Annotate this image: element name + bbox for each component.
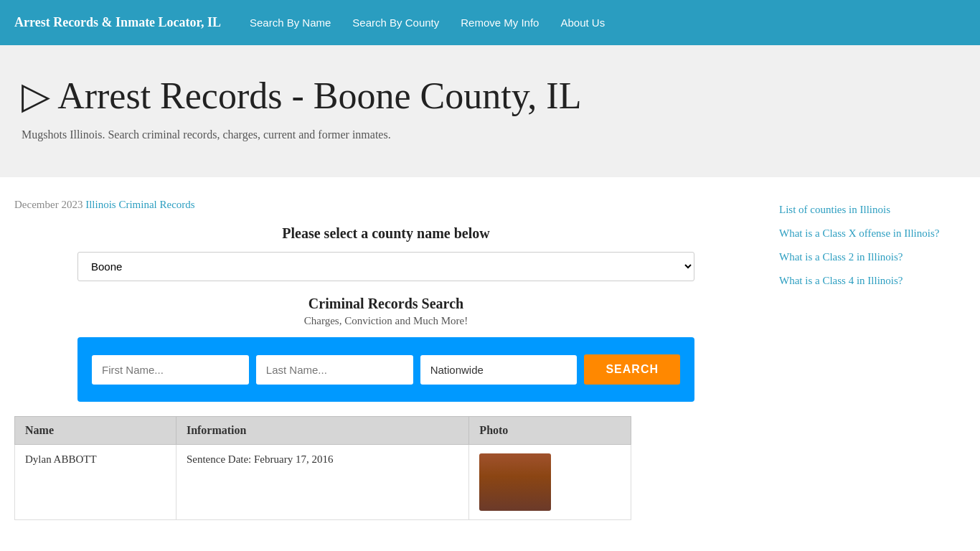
navbar: Arrest Records & Inmate Locator, IL Sear… [0,0,980,45]
table-header-information: Information [176,417,468,445]
search-box: SEARCH [77,337,694,402]
table-header-row: NameInformationPhoto [15,417,631,445]
breadcrumb-static: December 2023 [14,199,85,210]
county-heading: Please select a county name below [14,225,758,242]
results-table: NameInformationPhoto Dylan ABBOTTSentenc… [14,416,631,520]
sidebar: List of counties in IllinoisWhat is a Cl… [779,199,966,520]
nav-link-remove-my-info[interactable]: Remove My Info [461,17,539,29]
table-row: Dylan ABBOTTSentence Date: February 17, … [15,445,631,520]
table-header-photo: Photo [469,417,631,445]
table-body: Dylan ABBOTTSentence Date: February 17, … [15,445,631,520]
nav-link-search-by-county[interactable]: Search By County [352,17,439,29]
sidebar-link[interactable]: List of counties in Illinois [779,202,966,217]
hero-subtitle: Mugshots Illinois. Search criminal recor… [22,128,958,141]
table-header-name: Name [15,417,176,445]
cell-photo [469,445,631,520]
nav-link-about-us[interactable]: About Us [560,17,605,29]
main-content: December 2023 Illinois Criminal Records … [0,177,980,534]
sidebar-link[interactable]: What is a Class 2 in Illinois? [779,250,966,265]
county-section: Please select a county name below AdamsA… [14,225,758,281]
breadcrumb: December 2023 Illinois Criminal Records [14,199,758,211]
search-section: Criminal Records Search Charges, Convict… [14,296,758,402]
last-name-input[interactable] [256,355,413,385]
nav-link-search-by-name[interactable]: Search By Name [250,17,331,29]
first-name-input[interactable] [92,355,249,385]
hero-section: ▷ Arrest Records - Boone County, IL Mugs… [0,45,980,177]
table-header: NameInformationPhoto [15,417,631,445]
nav-brand[interactable]: Arrest Records & Inmate Locator, IL [14,15,221,30]
sidebar-link[interactable]: What is a Class 4 in Illinois? [779,273,966,288]
breadcrumb-link[interactable]: Illinois Criminal Records [85,199,194,210]
content-area: December 2023 Illinois Criminal Records … [14,199,758,520]
cell-name: Dylan ABBOTT [15,445,176,520]
search-subheading: Charges, Conviction and Much More! [14,315,758,327]
county-select[interactable]: AdamsAlexanderBondBooneBrownBureauCalhou… [77,252,694,281]
location-input[interactable] [420,355,578,385]
nav-links: Search By NameSearch By CountyRemove My … [250,17,605,29]
mugshot-photo [479,453,551,511]
search-button[interactable]: SEARCH [584,354,680,385]
page-title: ▷ Arrest Records - Boone County, IL [22,74,958,117]
cell-info: Sentence Date: February 17, 2016 [176,445,468,520]
search-heading: Criminal Records Search [14,296,758,312]
sidebar-link[interactable]: What is a Class X offense in Illinois? [779,226,966,241]
